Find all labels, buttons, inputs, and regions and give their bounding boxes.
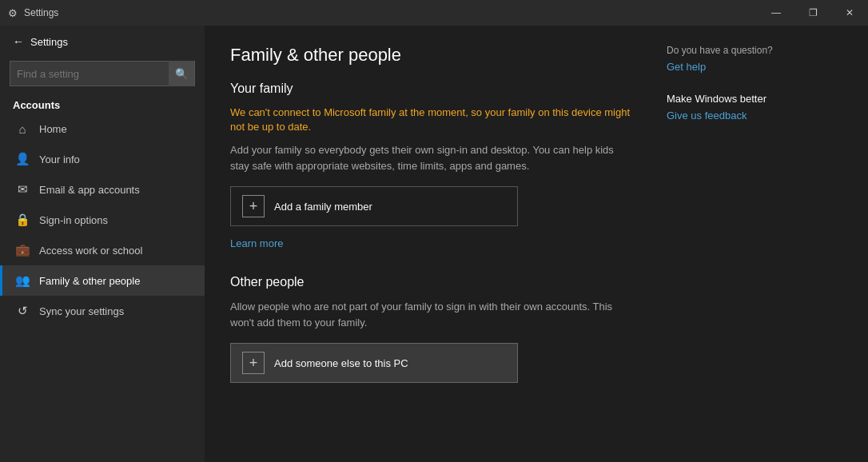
add-someone-icon: + xyxy=(242,352,265,374)
minimize-button[interactable]: — xyxy=(758,0,794,26)
sidebar-item-email-label: Email & app accounts xyxy=(39,184,140,196)
get-help-link[interactable]: Get help xyxy=(667,61,706,73)
search-input[interactable] xyxy=(10,68,169,80)
add-family-label: Add a family member xyxy=(274,201,372,213)
feedback-section: Make Windows better Give us feedback xyxy=(667,93,842,122)
sidebar-item-email-app[interactable]: ✉ Email & app accounts xyxy=(0,174,205,205)
email-icon: ✉ xyxy=(15,182,30,197)
add-family-icon: + xyxy=(242,195,265,217)
briefcase-icon: 💼 xyxy=(15,243,30,257)
content-main: Family & other people Your family We can… xyxy=(230,45,635,443)
other-people-section: Other people Allow people who are not pa… xyxy=(230,275,635,383)
titlebar-controls: — ❐ ✕ xyxy=(758,0,868,26)
other-people-title: Other people xyxy=(230,275,635,289)
add-someone-button[interactable]: + Add someone else to this PC xyxy=(230,343,518,383)
feedback-link[interactable]: Give us feedback xyxy=(667,110,747,121)
right-panel: Do you have a question? Get help Make Wi… xyxy=(667,45,842,443)
learn-more-link[interactable]: Learn more xyxy=(230,237,283,249)
sidebar-item-work-school[interactable]: 💼 Access work or school xyxy=(0,235,205,265)
sidebar-item-sync[interactable]: ↺ Sync your settings xyxy=(0,296,205,326)
back-button[interactable]: ← Settings xyxy=(0,26,205,58)
person-icon: 👤 xyxy=(15,152,30,166)
sync-icon: ↺ xyxy=(15,304,30,318)
sidebar-item-sign-in-label: Sign-in options xyxy=(39,214,108,226)
family-warning-text: We can't connect to Microsoft family at … xyxy=(230,106,635,134)
search-box: 🔍 xyxy=(10,61,195,86)
question-label: Do you have a question? xyxy=(667,45,842,56)
other-people-description: Allow people who are not part of your fa… xyxy=(230,299,635,330)
titlebar-title: Settings xyxy=(24,7,58,18)
make-better-label: Make Windows better xyxy=(667,93,842,105)
page-title: Family & other people xyxy=(230,45,635,66)
family-description: Add your family so everybody gets their … xyxy=(230,142,635,173)
your-family-title: Your family xyxy=(230,82,635,96)
sidebar-item-sync-label: Sync your settings xyxy=(39,305,124,317)
search-icon: 🔍 xyxy=(175,68,189,80)
back-arrow-icon: ← xyxy=(13,35,24,48)
help-section: Do you have a question? Get help xyxy=(667,45,842,74)
sidebar-section-label: Accounts xyxy=(0,93,205,114)
sidebar-item-work-label: Access work or school xyxy=(39,245,142,257)
back-label: Settings xyxy=(30,36,68,48)
home-icon: ⌂ xyxy=(15,122,30,136)
titlebar: ⚙ Settings — ❐ ✕ xyxy=(0,0,868,26)
restore-button[interactable]: ❐ xyxy=(794,0,831,26)
sidebar-item-home[interactable]: ⌂ Home xyxy=(0,114,205,144)
titlebar-left: ⚙ Settings xyxy=(8,7,58,19)
add-someone-label: Add someone else to this PC xyxy=(274,357,408,369)
sidebar-item-your-info-label: Your info xyxy=(39,153,80,165)
lock-icon: 🔒 xyxy=(15,213,30,227)
family-icon: 👥 xyxy=(15,273,30,288)
settings-icon: ⚙ xyxy=(8,7,18,19)
sidebar-item-your-info[interactable]: 👤 Your info xyxy=(0,144,205,174)
sidebar-item-sign-in[interactable]: 🔒 Sign-in options xyxy=(0,205,205,235)
sidebar-item-family-label: Family & other people xyxy=(39,275,140,287)
sidebar-item-family[interactable]: 👥 Family & other people xyxy=(0,265,205,296)
search-button[interactable]: 🔍 xyxy=(169,61,194,86)
app-layout: ← Settings 🔍 Accounts ⌂ Home 👤 Your info… xyxy=(0,26,868,462)
content-area: Family & other people Your family We can… xyxy=(205,26,868,462)
sidebar: ← Settings 🔍 Accounts ⌂ Home 👤 Your info… xyxy=(0,26,205,462)
sidebar-item-home-label: Home xyxy=(39,123,67,135)
close-button[interactable]: ✕ xyxy=(831,0,868,26)
add-family-member-button[interactable]: + Add a family member xyxy=(230,186,518,226)
